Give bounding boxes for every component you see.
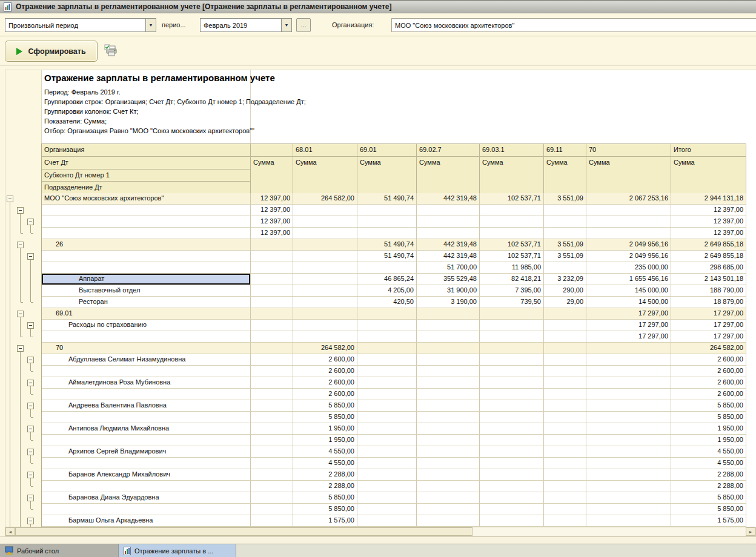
- amount-cell[interactable]: 145 000,00: [586, 285, 671, 297]
- collapse-button[interactable]: [27, 357, 34, 363]
- amount-cell[interactable]: 2 600,00: [293, 389, 357, 400]
- row-label-cell[interactable]: [42, 205, 251, 216]
- amount-cell[interactable]: [417, 308, 480, 320]
- period-type-select[interactable]: Произвольный период ▼: [5, 18, 156, 32]
- row-label-cell[interactable]: Абдуллаева Селимат Низамудиновна: [42, 354, 251, 366]
- amount-cell[interactable]: [417, 469, 480, 481]
- row-label-cell[interactable]: Антипова Людмила Михайловна: [42, 423, 251, 435]
- amount-cell[interactable]: 102 537,71: [480, 239, 544, 251]
- amount-cell[interactable]: 5 850,00: [293, 504, 357, 515]
- amount-cell[interactable]: [251, 285, 293, 297]
- amount-cell[interactable]: [480, 504, 544, 515]
- amount-cell[interactable]: [357, 228, 417, 239]
- amount-cell[interactable]: [357, 515, 417, 527]
- amount-cell[interactable]: [357, 262, 417, 274]
- amount-cell[interactable]: 17 297,00: [586, 331, 671, 343]
- row-label-cell[interactable]: Ресторан: [42, 297, 251, 308]
- amount-cell[interactable]: [480, 354, 544, 366]
- amount-cell[interactable]: 2 288,00: [671, 481, 746, 492]
- amount-cell[interactable]: 1 655 456,16: [586, 274, 671, 285]
- amount-cell[interactable]: 4 550,00: [671, 458, 746, 469]
- scroll-left-arrow[interactable]: ◄: [5, 527, 15, 536]
- amount-cell[interactable]: [544, 423, 586, 435]
- amount-cell[interactable]: 2 944 131,18: [671, 193, 746, 205]
- amount-cell[interactable]: 355 529,48: [417, 274, 480, 285]
- amount-cell[interactable]: [357, 446, 417, 458]
- amount-cell[interactable]: 739,50: [480, 297, 544, 308]
- amount-cell[interactable]: [293, 239, 357, 251]
- amount-cell[interactable]: 2 649 855,18: [671, 239, 746, 251]
- scroll-thumb[interactable]: [15, 527, 472, 536]
- amount-cell[interactable]: [251, 481, 293, 492]
- amount-cell[interactable]: [544, 216, 586, 228]
- amount-cell[interactable]: [480, 320, 544, 331]
- amount-cell[interactable]: [357, 481, 417, 492]
- amount-cell[interactable]: [417, 481, 480, 492]
- amount-cell[interactable]: 5 850,00: [671, 492, 746, 504]
- amount-cell[interactable]: [544, 262, 586, 274]
- amount-cell[interactable]: [586, 504, 671, 515]
- amount-cell[interactable]: [586, 377, 671, 389]
- amount-cell[interactable]: [251, 400, 293, 412]
- amount-cell[interactable]: 442 319,48: [417, 239, 480, 251]
- collapse-button[interactable]: [7, 196, 13, 202]
- amount-cell[interactable]: [544, 377, 586, 389]
- print-button[interactable]: [104, 44, 118, 58]
- amount-cell[interactable]: [417, 515, 480, 527]
- amount-cell[interactable]: 2 049 956,16: [586, 239, 671, 251]
- amount-cell[interactable]: 188 790,00: [671, 285, 746, 297]
- amount-cell[interactable]: 5 850,00: [671, 504, 746, 515]
- amount-cell[interactable]: [480, 343, 544, 354]
- amount-cell[interactable]: [544, 205, 586, 216]
- amount-cell[interactable]: 4 205,00: [357, 285, 417, 297]
- amount-cell[interactable]: [357, 504, 417, 515]
- amount-cell[interactable]: [544, 308, 586, 320]
- amount-cell[interactable]: 2 600,00: [293, 354, 357, 366]
- amount-cell[interactable]: 1 950,00: [671, 435, 746, 446]
- amount-cell[interactable]: [357, 331, 417, 343]
- amount-cell[interactable]: 17 297,00: [586, 320, 671, 331]
- amount-cell[interactable]: [417, 492, 480, 504]
- row-label-cell[interactable]: Аппарат: [42, 274, 251, 285]
- amount-cell[interactable]: [586, 515, 671, 527]
- amount-cell[interactable]: 3 551,09: [544, 193, 586, 205]
- amount-cell[interactable]: 2 649 855,18: [671, 251, 746, 262]
- amount-cell[interactable]: [417, 504, 480, 515]
- amount-cell[interactable]: [480, 389, 544, 400]
- amount-cell[interactable]: 17 297,00: [586, 308, 671, 320]
- amount-cell[interactable]: 7 395,00: [480, 285, 544, 297]
- amount-cell[interactable]: [251, 504, 293, 515]
- amount-cell[interactable]: [480, 331, 544, 343]
- amount-cell[interactable]: [544, 435, 586, 446]
- row-label-cell[interactable]: 69.01: [42, 308, 251, 320]
- amount-cell[interactable]: [480, 515, 544, 527]
- amount-cell[interactable]: 11 985,00: [480, 262, 544, 274]
- row-label-cell[interactable]: [42, 389, 251, 400]
- amount-cell[interactable]: [357, 400, 417, 412]
- amount-cell[interactable]: [544, 515, 586, 527]
- amount-cell[interactable]: [586, 343, 671, 354]
- amount-cell[interactable]: [480, 446, 544, 458]
- amount-cell[interactable]: 2 600,00: [293, 377, 357, 389]
- amount-cell[interactable]: [480, 308, 544, 320]
- amount-cell[interactable]: 5 850,00: [671, 412, 746, 423]
- amount-cell[interactable]: [544, 446, 586, 458]
- amount-cell[interactable]: [544, 492, 586, 504]
- amount-cell[interactable]: 420,50: [357, 297, 417, 308]
- amount-cell[interactable]: [586, 400, 671, 412]
- row-label-cell[interactable]: 26: [42, 239, 251, 251]
- amount-cell[interactable]: 264 582,00: [293, 193, 357, 205]
- amount-cell[interactable]: [417, 446, 480, 458]
- row-label-cell[interactable]: [42, 216, 251, 228]
- amount-cell[interactable]: 12 397,00: [671, 228, 746, 239]
- amount-cell[interactable]: 31 900,00: [417, 285, 480, 297]
- amount-cell[interactable]: 5 850,00: [293, 412, 357, 423]
- amount-cell[interactable]: [251, 366, 293, 377]
- chevron-down-icon[interactable]: ▼: [281, 19, 291, 31]
- row-label-cell[interactable]: Аймалетдинова Роза Мубиновна: [42, 377, 251, 389]
- amount-cell[interactable]: 1 575,00: [293, 515, 357, 527]
- period-more-button[interactable]: ...: [296, 18, 311, 32]
- amount-cell[interactable]: 3 551,09: [544, 239, 586, 251]
- amount-cell[interactable]: 4 550,00: [293, 458, 357, 469]
- amount-cell[interactable]: 5 850,00: [671, 400, 746, 412]
